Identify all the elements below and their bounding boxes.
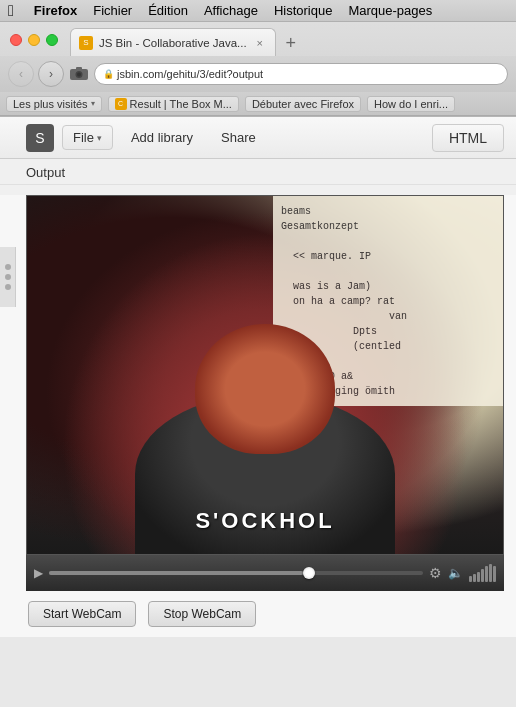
- new-tab-button[interactable]: +: [278, 30, 304, 56]
- bookmark-favicon: C: [115, 98, 127, 110]
- menu-marque-pages[interactable]: Marque-pages: [348, 3, 432, 18]
- person-head: [195, 324, 335, 454]
- vol-bar-5: [485, 566, 488, 582]
- slider-thumb[interactable]: [303, 567, 315, 579]
- apple-menu[interactable]: : [8, 2, 14, 20]
- bookmark-label: Débuter avec Firefox: [252, 98, 354, 110]
- webcam-buttons: Start WebCam Stop WebCam: [14, 591, 516, 637]
- browser-chrome: S JS Bin - Collaborative Java... × + ‹ ›…: [0, 22, 516, 117]
- address-text: jsbin.com/gehitu/3/edit?output: [117, 68, 263, 80]
- tab-bar: S JS Bin - Collaborative Java... × +: [0, 22, 516, 56]
- output-label: Output: [0, 159, 516, 185]
- media-controls: ▶ ⚙ 🔈: [26, 555, 504, 591]
- start-webcam-button[interactable]: Start WebCam: [28, 601, 136, 627]
- vol-bar-4: [481, 569, 484, 582]
- bookmark-label: Les plus visités: [13, 98, 88, 110]
- maximize-button[interactable]: [46, 34, 58, 46]
- menu-affichage[interactable]: Affichage: [204, 3, 258, 18]
- address-bar[interactable]: 🔒 jsbin.com/gehitu/3/edit?output: [94, 63, 508, 85]
- bookmark-result-box[interactable]: C Result | The Box M...: [108, 96, 239, 112]
- vol-bar-2: [473, 574, 476, 582]
- volume-bars: [469, 564, 496, 582]
- vol-bar-6: [489, 564, 492, 582]
- lock-icon: 🔒: [103, 69, 114, 79]
- settings-icon[interactable]: ⚙: [429, 565, 442, 581]
- play-icon[interactable]: ▶: [34, 566, 43, 580]
- bookmarks-bar: Les plus visités ▾ C Result | The Box M.…: [0, 92, 516, 116]
- share-button[interactable]: Share: [211, 126, 266, 149]
- back-button[interactable]: ‹: [8, 61, 34, 87]
- menu-firefox[interactable]: Firefox: [34, 3, 77, 18]
- tab-favicon: S: [79, 36, 93, 50]
- menu-edition[interactable]: Édition: [148, 3, 188, 18]
- vol-bar-7: [493, 566, 496, 582]
- shirt-text: S'OCKHOL: [195, 508, 334, 534]
- bookmark-how[interactable]: How do I enri...: [367, 96, 455, 112]
- webcam-area: beams Gesamtkonzept << marque. IP was is…: [0, 195, 516, 637]
- camera-icon[interactable]: [68, 63, 90, 85]
- file-label: File: [73, 130, 94, 145]
- menu-bar:  Firefox Fichier Édition Affichage Hist…: [0, 0, 516, 22]
- progress-fill: [49, 571, 303, 575]
- progress-slider[interactable]: [49, 571, 423, 575]
- stop-webcam-button[interactable]: Stop WebCam: [148, 601, 256, 627]
- html-button[interactable]: HTML: [432, 124, 504, 152]
- chevron-down-icon: ▾: [91, 99, 95, 108]
- menu-historique[interactable]: Historique: [274, 3, 333, 18]
- menu-fichier[interactable]: Fichier: [93, 3, 132, 18]
- video-display: beams Gesamtkonzept << marque. IP was is…: [26, 195, 504, 555]
- bookmark-debuter[interactable]: Débuter avec Firefox: [245, 96, 361, 112]
- minimize-button[interactable]: [28, 34, 40, 46]
- forward-button[interactable]: ›: [38, 61, 64, 87]
- svg-rect-3: [76, 67, 82, 70]
- bookmark-label: How do I enri...: [374, 98, 448, 110]
- webcam-image: beams Gesamtkonzept << marque. IP was is…: [27, 196, 503, 554]
- forward-icon: ›: [49, 67, 53, 81]
- chevron-down-icon: ▾: [97, 133, 102, 143]
- vol-bar-3: [477, 572, 480, 582]
- tab-title: JS Bin - Collaborative Java...: [99, 37, 247, 49]
- close-button[interactable]: [10, 34, 22, 46]
- add-library-button[interactable]: Add library: [121, 126, 203, 149]
- traffic-lights: [10, 34, 58, 46]
- sidebar-indicator: [0, 247, 16, 307]
- bookmark-label: Result | The Box M...: [130, 98, 232, 110]
- app-toolbar: S File ▾ Add library Share HTML: [0, 117, 516, 159]
- back-icon: ‹: [19, 67, 23, 81]
- active-tab[interactable]: S JS Bin - Collaborative Java... ×: [70, 28, 276, 56]
- output-text: Output: [26, 165, 65, 180]
- file-button[interactable]: File ▾: [62, 125, 113, 150]
- svg-point-2: [77, 73, 81, 77]
- nav-bar: ‹ › 🔒 jsbin.com/gehitu/3/edit?output: [0, 56, 516, 92]
- tab-close-button[interactable]: ×: [253, 36, 267, 50]
- app-area: S File ▾ Add library Share HTML Output b…: [0, 117, 516, 637]
- app-logo: S: [26, 124, 54, 152]
- bookmark-les-plus-visites[interactable]: Les plus visités ▾: [6, 96, 102, 112]
- vol-bar-1: [469, 576, 472, 582]
- mute-icon[interactable]: 🔈: [448, 566, 463, 580]
